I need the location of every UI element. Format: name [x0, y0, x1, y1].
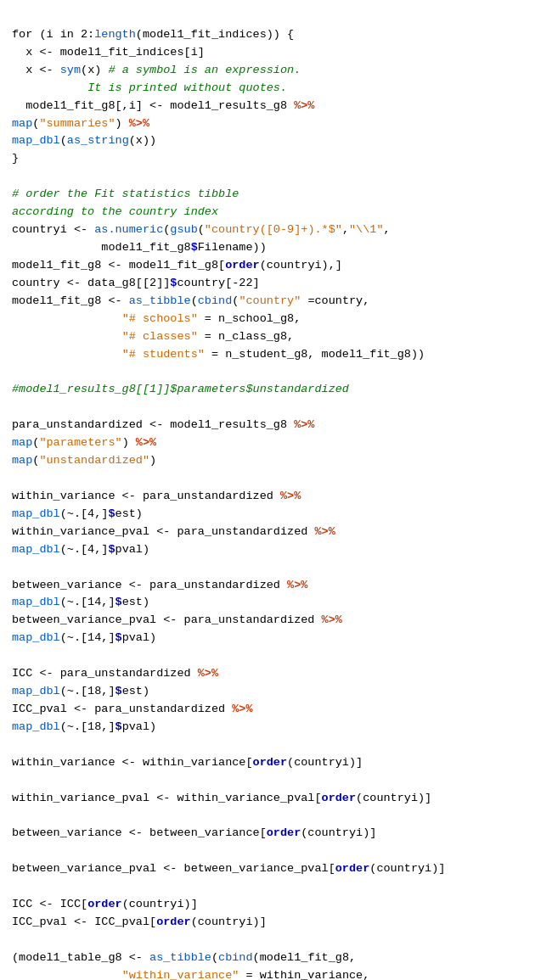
code-content: for (i in 2:length(model1_fit_indices)) …	[12, 8, 540, 980]
